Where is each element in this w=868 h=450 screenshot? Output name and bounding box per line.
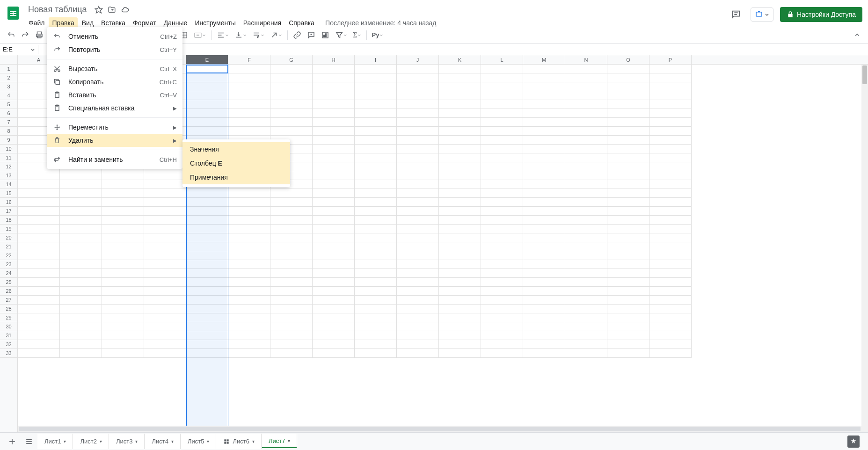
cell[interactable]: [228, 278, 270, 287]
cell[interactable]: [186, 225, 228, 233]
cell[interactable]: [607, 109, 649, 118]
cell[interactable]: [607, 225, 649, 233]
cell[interactable]: [60, 216, 102, 225]
cell[interactable]: [481, 331, 523, 340]
cell[interactable]: [313, 118, 355, 127]
cell[interactable]: [607, 322, 649, 331]
cell[interactable]: [649, 207, 692, 216]
cell[interactable]: [439, 73, 481, 82]
cell[interactable]: [649, 145, 692, 153]
cell[interactable]: [649, 180, 692, 189]
cell[interactable]: [523, 225, 565, 233]
cell[interactable]: [228, 296, 270, 305]
cell[interactable]: [144, 198, 186, 207]
cell[interactable]: [228, 109, 270, 118]
column-header-P[interactable]: P: [649, 55, 692, 64]
cell[interactable]: [270, 233, 313, 242]
sheet-tab-Лист2[interactable]: Лист2▾: [73, 434, 109, 449]
cell[interactable]: [186, 73, 228, 82]
cell[interactable]: [397, 242, 439, 251]
cell[interactable]: [439, 287, 481, 296]
cell[interactable]: [144, 313, 186, 322]
cell[interactable]: [60, 225, 102, 233]
cell[interactable]: [397, 313, 439, 322]
cell[interactable]: [439, 189, 481, 198]
cell[interactable]: [102, 207, 144, 216]
row-header[interactable]: 24: [0, 269, 17, 278]
cell[interactable]: [523, 109, 565, 118]
cell[interactable]: [186, 296, 228, 305]
cell[interactable]: [607, 180, 649, 189]
cell[interactable]: [228, 331, 270, 340]
cell[interactable]: [355, 233, 397, 242]
cell[interactable]: [565, 251, 607, 260]
cell[interactable]: [228, 242, 270, 251]
cell[interactable]: [607, 65, 649, 73]
cell[interactable]: [144, 233, 186, 242]
row-header[interactable]: 10: [0, 145, 17, 153]
share-button[interactable]: Настройки Доступа: [780, 7, 862, 22]
comments-icon[interactable]: [728, 7, 744, 22]
row-header[interactable]: 2: [0, 73, 17, 82]
cell[interactable]: [439, 65, 481, 73]
menu-find-replace[interactable]: Найти и заменить Ctrl+H: [47, 153, 182, 166]
cloud-status-icon[interactable]: [121, 6, 129, 14]
cell[interactable]: [18, 207, 60, 216]
menu-move[interactable]: Переместить ▶: [47, 121, 182, 134]
cell[interactable]: [397, 73, 439, 82]
cell[interactable]: [144, 296, 186, 305]
cell[interactable]: [270, 305, 313, 313]
cell[interactable]: [481, 207, 523, 216]
comment-button[interactable]: [305, 29, 318, 41]
cell[interactable]: [270, 118, 313, 127]
cell[interactable]: [439, 225, 481, 233]
row-header[interactable]: 29: [0, 313, 17, 322]
cell[interactable]: [649, 225, 692, 233]
cell[interactable]: [649, 100, 692, 109]
cell[interactable]: [270, 331, 313, 340]
cell[interactable]: [565, 153, 607, 162]
cell[interactable]: [144, 260, 186, 269]
cell[interactable]: [18, 287, 60, 296]
row-header[interactable]: 9: [0, 136, 17, 145]
cell[interactable]: [186, 251, 228, 260]
collapse-toolbar-button[interactable]: [851, 29, 863, 41]
cell[interactable]: [313, 109, 355, 118]
cell[interactable]: [228, 100, 270, 109]
cell[interactable]: [102, 233, 144, 242]
row-header[interactable]: 23: [0, 260, 17, 269]
cell[interactable]: [18, 269, 60, 278]
cell[interactable]: [186, 207, 228, 216]
cell[interactable]: [144, 305, 186, 313]
cell[interactable]: [397, 180, 439, 189]
cell[interactable]: [18, 216, 60, 225]
cell[interactable]: [144, 171, 186, 180]
cell[interactable]: [355, 127, 397, 136]
cell[interactable]: [18, 198, 60, 207]
cell[interactable]: [270, 207, 313, 216]
sheets-logo[interactable]: [6, 6, 21, 21]
menu-paste-special[interactable]: Специальная вставка ▶: [47, 102, 182, 115]
cell[interactable]: [397, 251, 439, 260]
cell[interactable]: [355, 313, 397, 322]
cell[interactable]: [186, 305, 228, 313]
cell[interactable]: [649, 340, 692, 349]
wrap-button[interactable]: [250, 29, 267, 41]
cell[interactable]: [565, 73, 607, 82]
cell[interactable]: [481, 216, 523, 225]
cell[interactable]: [18, 189, 60, 198]
cell[interactable]: [60, 287, 102, 296]
row-header[interactable]: 27: [0, 296, 17, 305]
cell[interactable]: [313, 331, 355, 340]
menu-справка[interactable]: Справка: [285, 17, 318, 29]
cell[interactable]: [186, 313, 228, 322]
cell[interactable]: [355, 207, 397, 216]
cell[interactable]: [270, 251, 313, 260]
cell[interactable]: [439, 349, 481, 358]
last-edit-link[interactable]: Последнее изменение: 4 часа назад: [325, 19, 436, 27]
cell[interactable]: [523, 91, 565, 100]
sheet-tab-Лист6[interactable]: Лист6▾: [216, 434, 261, 449]
cell[interactable]: [607, 207, 649, 216]
cell[interactable]: [355, 73, 397, 82]
cell[interactable]: [481, 91, 523, 100]
